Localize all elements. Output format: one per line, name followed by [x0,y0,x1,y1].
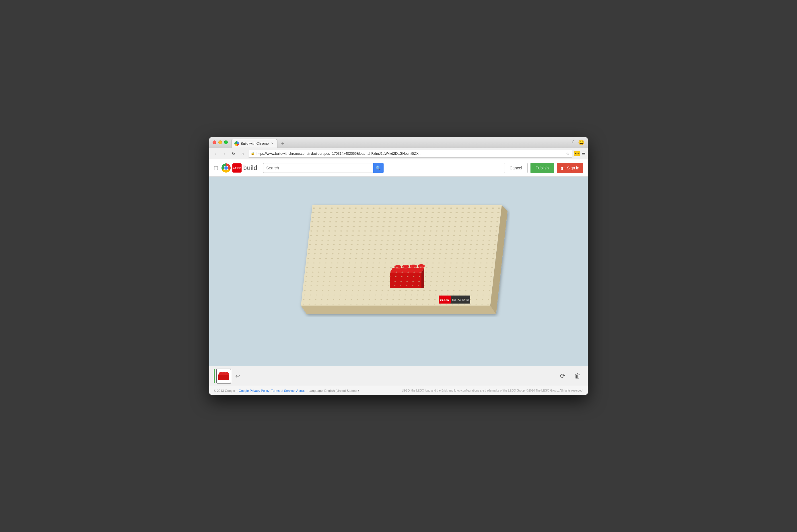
app-header: ⬚ LEGO build 🔍 Cancel Publish g+ Sign in [209,159,588,176]
forward-button[interactable]: › [221,150,228,157]
baseplate-svg: /* dots rendered via polygon pattern */ [295,182,510,317]
minimize-button[interactable] [218,140,222,144]
svg-rect-7 [390,272,421,288]
ssl-icon: 🔒 [251,152,255,155]
baseplate-label: LEGO No. 8325950 [439,296,470,304]
url-bar[interactable]: 🔒 https://www.buildwithchrome.com/m/buil… [248,150,572,158]
menu-icon[interactable]: ☰ [582,151,585,156]
forward-icon: › [224,151,225,156]
lego-logo: LEGO [232,164,241,173]
language-text: Language: English (United States) [309,389,357,393]
footer: © 2013 Google - Google Privacy Policy Te… [209,386,588,395]
svg-rect-726 [218,375,229,380]
publish-button[interactable]: Publish [530,163,554,173]
url-text: https://www.buildwithchrome.com/m/builde… [256,152,564,156]
trash-icon: 🗑 [574,372,581,380]
header-right: Cancel Publish g+ Sign in [504,163,583,173]
baseplate-container: /* dots rendered via polygon pattern */ [295,182,510,317]
brick-item-red[interactable] [216,368,231,383]
tab-label: Build with Chrome [241,141,269,146]
palette-indicator [214,369,215,383]
bookmark-star-icon[interactable]: ☆ [566,151,570,156]
app-title: build [243,164,257,172]
copyright-text: © 2013 Google - [214,389,237,393]
about-link[interactable]: About [296,389,305,393]
language-dropdown-icon: ▾ [358,389,360,393]
bottom-toolbar: ↩ ⟳ 🗑 [209,366,588,386]
traffic-lights [213,140,228,144]
svg-marker-727 [218,373,229,375]
terms-link[interactable]: Terms of Service [271,389,295,393]
rotate-button[interactable]: ↩ [232,371,243,381]
title-bar: Build with Chrome ✕ + ⤢ 😄 [209,137,588,148]
signin-button[interactable]: g+ Sign in [557,163,583,173]
toolbar-right: ⟳ 🗑 [557,370,583,382]
share-icon[interactable]: ⬚ [214,165,218,171]
close-button[interactable] [213,140,216,144]
brick-palette: ↩ [214,368,243,383]
search-icon: 🔍 [376,165,381,171]
refresh-icon: ↻ [232,151,235,156]
tab-area: Build with Chrome ✕ + [231,137,287,148]
address-bar: ‹ › ↻ ⌂ 🔒 https://www.buildwithchrome.co… [209,148,588,159]
history-icon: ⟳ [560,372,565,380]
lego-extension-icon[interactable]: LEGO [574,151,580,156]
lego-trademark: LEGO, the LEGO logo and the Brick and kn… [402,389,583,392]
search-bar-area: 🔍 [263,163,384,173]
search-button[interactable]: 🔍 [373,163,384,173]
red-lego-brick[interactable] [390,264,424,288]
trash-button[interactable]: 🗑 [572,370,583,382]
language-select[interactable]: Language: English (United States) ▾ [309,389,360,393]
app-logo-area: LEGO build [221,164,257,173]
gplus-icon: g+ [561,166,565,170]
svg-text:LEGO: LEGO [440,298,449,302]
svg-marker-0 [301,205,502,306]
svg-marker-8 [390,268,424,272]
privacy-link[interactable]: Google Privacy Policy [239,389,269,393]
svg-point-730 [225,372,228,373]
tab-favicon [234,141,239,146]
refresh-button[interactable]: ↻ [230,150,237,157]
maximize-button[interactable] [224,140,228,144]
back-icon: ‹ [215,151,216,156]
back-button[interactable]: ‹ [212,150,219,157]
history-button[interactable]: ⟳ [557,370,568,382]
home-button[interactable]: ⌂ [239,150,247,157]
new-tab-button[interactable]: + [278,139,287,148]
emoji-icon: 😄 [578,139,584,146]
expand-icon[interactable]: ⤢ [571,139,575,143]
svg-marker-1 [301,306,496,314]
svg-text:No. 8325950: No. 8325950 [452,298,469,302]
signin-label: Sign in [567,166,579,170]
chrome-logo [221,164,231,173]
rotate-icon: ↩ [235,373,240,380]
extension-icons: LEGO ☰ [574,151,585,156]
mac-window: Build with Chrome ✕ + ⤢ 😄 ‹ › ↻ ⌂ 🔒 http… [209,137,588,395]
home-icon: ⌂ [241,151,244,156]
search-input[interactable] [263,163,373,173]
cancel-button[interactable]: Cancel [504,163,528,173]
window-controls: ⤢ 😄 [571,139,584,146]
active-tab[interactable]: Build with Chrome ✕ [231,139,277,148]
tab-close-icon[interactable]: ✕ [270,141,274,146]
main-canvas[interactable]: /* dots rendered via polygon pattern */ [209,176,588,366]
red-brick-thumbnail [218,372,229,380]
